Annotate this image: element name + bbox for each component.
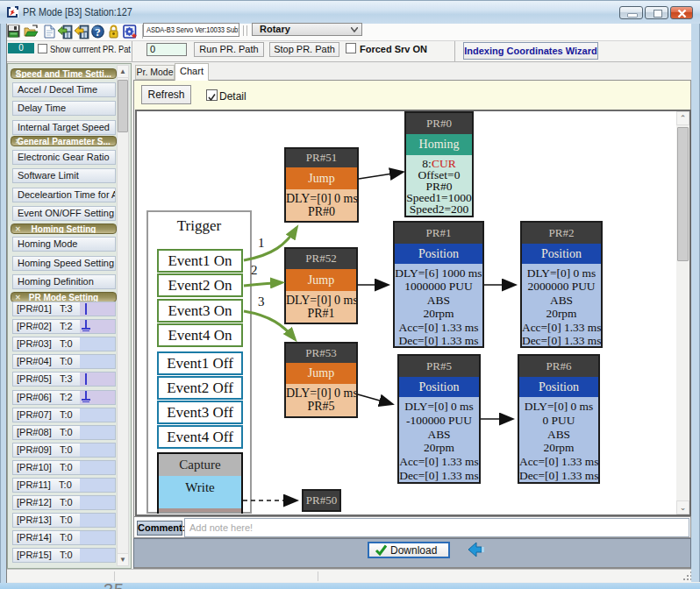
svg-text:?: ? [95,25,101,39]
